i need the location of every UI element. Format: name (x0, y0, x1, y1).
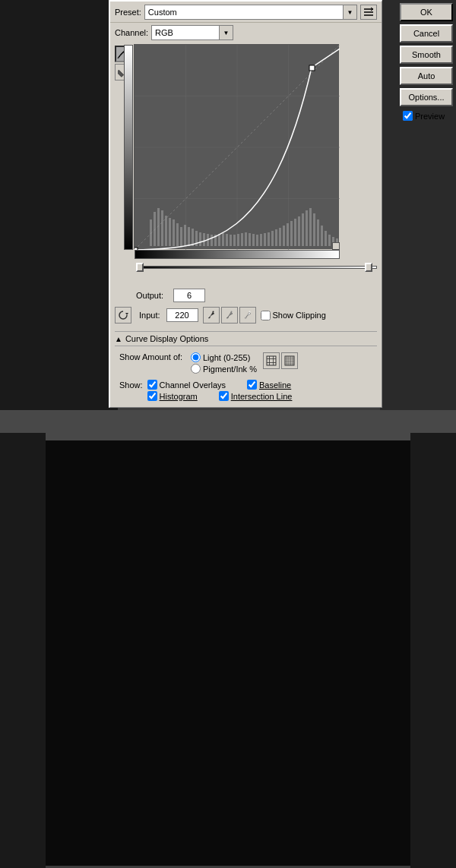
intersection-line-item: Intersection Line (219, 391, 293, 401)
preview-checkbox[interactable] (403, 111, 413, 121)
baseline-label: Baseline (259, 380, 291, 390)
svg-rect-25 (199, 232, 201, 246)
curve-section (110, 43, 382, 249)
svg-rect-21 (184, 225, 186, 246)
channel-select[interactable]: RGB Red Green Blue (151, 25, 220, 40)
svg-rect-50 (294, 219, 296, 246)
svg-rect-14 (157, 208, 160, 246)
svg-rect-18 (173, 219, 175, 246)
svg-rect-23 (192, 229, 194, 246)
channel-row: Channel: RGB Red Green Blue ▼ (110, 23, 382, 43)
curve-display-section: ▲ Curve Display Options Show Amount of: … (115, 331, 377, 407)
svg-rect-17 (169, 218, 171, 246)
curve-point-black[interactable] (135, 248, 138, 250)
intersection-line-label: Intersection Line (231, 392, 293, 401)
svg-rect-32 (226, 234, 228, 246)
pigment-radio-item: Pigment/Ink % (191, 364, 257, 374)
curve-display-body: Show Amount of: Light (0-255) Pigment/In… (115, 346, 377, 407)
curve-corner-handle[interactable] (332, 242, 340, 250)
light-radio[interactable] (191, 352, 201, 362)
channel-dropdown-btn[interactable]: ▼ (220, 25, 233, 40)
background-left (0, 0, 118, 410)
svg-rect-52 (302, 213, 304, 246)
white-point-eyedropper[interactable] (239, 307, 256, 324)
ok-button[interactable]: OK (400, 3, 453, 21)
slider-thumb-left[interactable] (136, 263, 144, 272)
histogram-label: Histogram (160, 392, 198, 401)
pigment-radio[interactable] (191, 364, 201, 374)
histogram-checkbox[interactable] (147, 391, 157, 401)
baseline-u: Baseline (259, 380, 291, 390)
smooth-button[interactable]: Smooth (400, 46, 453, 64)
black-point-eyedropper[interactable] (203, 307, 220, 324)
preview-row: Preview (400, 109, 453, 122)
curve-svg (135, 45, 340, 250)
grid-10x10-btn[interactable] (281, 352, 298, 369)
gradient-bar-x (135, 250, 340, 259)
output-input[interactable] (173, 289, 205, 302)
reset-btn[interactable] (115, 307, 131, 324)
svg-rect-47 (283, 226, 285, 246)
options-button[interactable]: Options... (400, 88, 453, 106)
svg-rect-34 (233, 235, 236, 246)
svg-rect-35 (237, 234, 239, 246)
svg-rect-39 (252, 234, 255, 246)
baseline-checkbox[interactable] (247, 380, 257, 390)
preset-row: Preset: Custom ▼ (110, 2, 382, 23)
preset-menu-icon[interactable] (360, 5, 377, 20)
curves-dialog: Preset: Custom ▼ Channel: RGB Red Green … (109, 0, 382, 408)
light-label: Light (0-255) (203, 353, 250, 362)
image-canvas (46, 440, 410, 866)
auto-button[interactable]: Auto (400, 67, 453, 85)
preset-dropdown-btn[interactable]: ▼ (344, 5, 357, 20)
histogram-u: Histogram (160, 392, 198, 401)
svg-marker-62 (125, 313, 128, 315)
preset-label: Preset: (115, 8, 141, 17)
intersection-line-checkbox[interactable] (219, 391, 229, 401)
svg-rect-48 (287, 223, 289, 246)
svg-rect-51 (298, 216, 300, 246)
curve-point-white[interactable] (309, 65, 315, 71)
reset-icon (118, 310, 128, 320)
svg-rect-58 (325, 231, 327, 246)
svg-rect-36 (241, 233, 243, 246)
gray-point-eyedropper[interactable] (221, 307, 238, 324)
input-label: Input: (139, 311, 160, 320)
show-clipping-label: Show Clipping (273, 311, 326, 320)
curve-display-arrow: ▲ (115, 335, 122, 343)
channel-overlays-checkbox[interactable] (147, 380, 157, 390)
channel-select-wrap: RGB Red Green Blue ▼ (151, 25, 233, 40)
svg-rect-3 (118, 70, 124, 77)
show-clipping-wrap: Show Clipping (261, 311, 326, 320)
svg-rect-33 (230, 235, 232, 246)
svg-rect-59 (328, 235, 331, 246)
preset-select[interactable]: Custom (144, 5, 344, 20)
grid-4x4-btn[interactable] (263, 352, 280, 369)
show-amount-row: Show Amount of: Light (0-255) Pigment/In… (115, 349, 377, 374)
cancel-button[interactable]: Cancel (400, 24, 453, 43)
preview-label: Preview (415, 112, 445, 121)
show-clipping-checkbox[interactable] (261, 311, 271, 320)
svg-rect-37 (245, 232, 247, 246)
channel-overlays-item: Channel Overlays (147, 380, 226, 390)
svg-rect-31 (222, 233, 224, 246)
svg-rect-13 (154, 212, 156, 246)
gray-eyedropper-icon (225, 311, 234, 320)
curve-display-header[interactable]: ▲ Curve Display Options (115, 332, 377, 346)
white-eyedropper-icon (243, 311, 252, 320)
svg-rect-38 (249, 233, 251, 246)
svg-rect-54 (309, 208, 312, 246)
curve-canvas (134, 44, 339, 249)
checkboxes-col: Channel Overlays Baseline Histogram (147, 380, 293, 401)
slider-thumb-right[interactable] (365, 263, 372, 272)
input-slider-row (136, 261, 377, 273)
bg-strip (0, 410, 456, 440)
svg-rect-42 (264, 233, 266, 246)
histogram-item: Histogram (147, 391, 198, 401)
grid-4x4-icon (266, 355, 277, 366)
svg-rect-16 (165, 216, 167, 246)
svg-rect-57 (321, 226, 323, 246)
input-input[interactable] (166, 308, 198, 322)
light-pigment-group: Light (0-255) Pigment/Ink % (191, 352, 257, 374)
svg-rect-22 (188, 227, 190, 246)
